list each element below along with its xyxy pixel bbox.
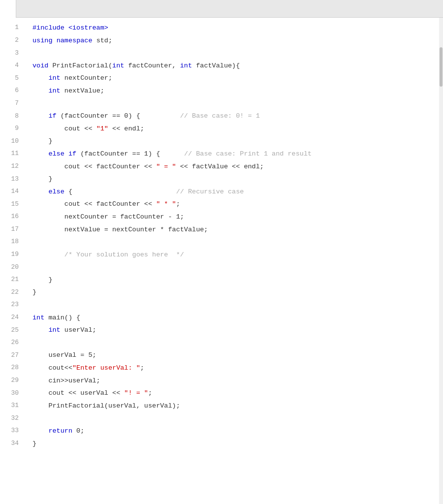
code-line-3 [32, 47, 439, 60]
scrollbar-y[interactable] [439, 18, 443, 504]
file-tab[interactable] [0, 0, 16, 18]
code-line-2: using namespace std; [32, 34, 439, 47]
code-line-22: } [32, 286, 439, 299]
line-number-7: 7 [0, 97, 25, 110]
line-number-13: 13 [0, 173, 25, 186]
tab-bar [0, 0, 443, 18]
code-line-25: int userVal; [32, 324, 439, 337]
line-number-11: 11 [0, 148, 25, 160]
code-line-34: } [32, 438, 439, 450]
line-number-5: 5 [0, 72, 25, 85]
line-number-21: 21 [0, 274, 25, 286]
code-line-5: int nextCounter; [32, 72, 439, 85]
line-number-32: 32 [0, 412, 25, 425]
code-line-6: int nextValue; [32, 85, 439, 97]
scrollbar-thumb[interactable] [440, 47, 443, 87]
code-line-14: else { // Recursive case [32, 186, 439, 198]
line-number-22: 22 [0, 286, 25, 299]
code-line-18 [32, 236, 439, 249]
line-number-10: 10 [0, 135, 25, 148]
code-line-19: /* Your solution goes here */ [32, 249, 439, 261]
code-line-28: cout<<"Enter userVal: "; [32, 362, 439, 375]
code-line-10: } [32, 135, 439, 148]
code-line-33: return 0; [32, 425, 439, 438]
line-number-6: 6 [0, 85, 25, 97]
line-number-33: 33 [0, 425, 25, 438]
line-number-17: 17 [0, 223, 25, 236]
code-line-4: void PrintFactorial(int factCounter, int… [32, 60, 439, 72]
menu-icon[interactable] [425, 0, 443, 18]
line-number-12: 12 [0, 160, 25, 173]
code-line-16: nextCounter = factCounter - 1; [32, 211, 439, 223]
code-area: 1234567891011121314151617181920212223242… [0, 18, 443, 504]
line-number-4: 4 [0, 60, 25, 72]
code-line-32 [32, 412, 439, 425]
line-number-24: 24 [0, 312, 25, 324]
code-line-15: cout << factCounter << " * "; [32, 198, 439, 211]
code-line-24: int main() { [32, 312, 439, 324]
line-number-2: 2 [0, 34, 25, 47]
line-number-20: 20 [0, 261, 25, 274]
code-line-29: cin>>userVal; [32, 375, 439, 387]
code-line-30: cout << userVal << "! = "; [32, 387, 439, 400]
line-number-34: 34 [0, 438, 25, 450]
line-number-3: 3 [0, 47, 25, 60]
code-line-31: PrintFactorial(userVal, userVal); [32, 400, 439, 412]
line-number-19: 19 [0, 249, 25, 261]
line-number-27: 27 [0, 349, 25, 362]
line-number-16: 16 [0, 211, 25, 223]
code-line-20 [32, 261, 439, 274]
editor-container: 1234567891011121314151617181920212223242… [0, 0, 443, 504]
line-number-30: 30 [0, 387, 25, 400]
code-line-23 [32, 299, 439, 312]
code-line-12: cout << factCounter << " = " << factValu… [32, 160, 439, 173]
line-number-28: 28 [0, 362, 25, 375]
code-content[interactable]: #include <iostream>using namespace std; … [25, 18, 439, 504]
line-number-15: 15 [0, 198, 25, 211]
code-line-26 [32, 337, 439, 349]
code-line-8: if (factCounter == 0) { // Base case: 0!… [32, 110, 439, 123]
code-line-1: #include <iostream> [32, 22, 439, 34]
line-number-26: 26 [0, 337, 25, 349]
code-line-21: } [32, 274, 439, 286]
code-line-17: nextValue = nextCounter * factValue; [32, 223, 439, 236]
code-line-11: else if (factCounter == 1) { // Base cas… [32, 148, 439, 160]
line-number-25: 25 [0, 324, 25, 337]
code-line-9: cout << "1" << endl; [32, 123, 439, 135]
code-line-13: } [32, 173, 439, 186]
line-number-14: 14 [0, 186, 25, 198]
code-line-27: userVal = 5; [32, 349, 439, 362]
line-number-29: 29 [0, 375, 25, 387]
line-number-18: 18 [0, 236, 25, 249]
line-number-31: 31 [0, 400, 25, 412]
line-number-8: 8 [0, 110, 25, 123]
line-numbers: 1234567891011121314151617181920212223242… [0, 18, 25, 504]
line-number-1: 1 [0, 22, 25, 34]
line-number-9: 9 [0, 123, 25, 135]
line-number-23: 23 [0, 299, 25, 312]
code-line-7 [32, 97, 439, 110]
